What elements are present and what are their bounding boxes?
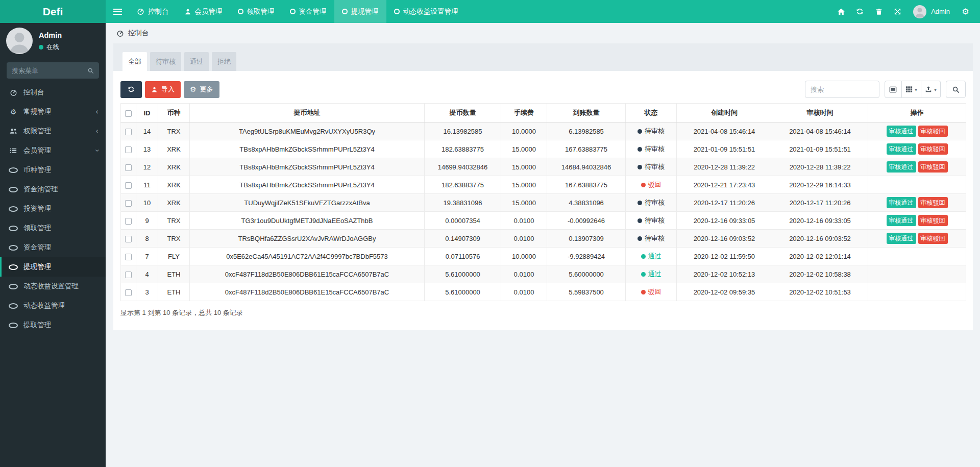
row-checkbox[interactable] bbox=[125, 236, 132, 242]
sidebar: Admin 在线 控制台⚙常规管理‹权限管理‹会员管理‹币种管理资金池管理投资管… bbox=[0, 23, 106, 467]
sidebar-item[interactable]: 提取管理 bbox=[0, 315, 106, 335]
import-button-label: 导入 bbox=[161, 85, 175, 94]
cell-select bbox=[121, 248, 136, 265]
reject-button[interactable]: 审核驳回 bbox=[918, 233, 948, 244]
cell-created: 2020-12-02 10:52:13 bbox=[677, 265, 772, 283]
tab-通过[interactable]: 通过 bbox=[184, 52, 209, 71]
more-button[interactable]: ⚙ 更多 bbox=[184, 81, 219, 98]
export-button[interactable]: ▾ bbox=[921, 81, 941, 98]
approve-button[interactable]: 审核通过 bbox=[887, 197, 916, 208]
columns-button[interactable]: ▾ bbox=[902, 81, 921, 98]
row-checkbox[interactable] bbox=[125, 254, 132, 260]
sidebar-item[interactable]: 资金池管理 bbox=[0, 180, 106, 199]
approve-button[interactable]: 审核通过 bbox=[887, 161, 916, 173]
row-checkbox[interactable] bbox=[125, 129, 132, 135]
row-checkbox[interactable] bbox=[125, 272, 132, 278]
tab-全部[interactable]: 全部 bbox=[122, 52, 147, 71]
top-nav-item[interactable]: 领取管理 bbox=[230, 0, 282, 23]
top-nav-item[interactable]: 提现管理 bbox=[334, 0, 386, 23]
table-view-buttons: ▾ ▾ bbox=[885, 81, 941, 98]
app: Defi 控制台会员管理领取管理资金管理提现管理动态收益设置管理 bbox=[0, 0, 980, 467]
sidebar-item[interactable]: 资金管理 bbox=[0, 238, 106, 257]
approve-button[interactable]: 审核通过 bbox=[887, 233, 916, 244]
sidebar-item[interactable]: 动态收益管理 bbox=[0, 296, 106, 315]
home-icon bbox=[837, 8, 845, 16]
row-checkbox[interactable] bbox=[125, 146, 132, 153]
status-label: 待审核 bbox=[645, 234, 665, 243]
cell-created: 2020-12-17 11:20:26 bbox=[677, 194, 772, 212]
cell-coin: XRK bbox=[158, 140, 190, 158]
table-body: 14TRXTAeg9tULSrp8uKMEuMvg2RvUXYXyU5R3Qy1… bbox=[121, 122, 966, 301]
brand-logo[interactable]: Defi bbox=[0, 0, 106, 23]
refresh-table-button[interactable] bbox=[120, 81, 142, 98]
cell-id: 14 bbox=[136, 122, 158, 140]
refresh-button[interactable] bbox=[850, 0, 869, 23]
row-checkbox[interactable] bbox=[125, 182, 132, 189]
select-all-checkbox[interactable] bbox=[125, 110, 132, 117]
navbar-right: Admin ⚙ bbox=[831, 0, 980, 23]
home-button[interactable] bbox=[831, 0, 850, 23]
sidebar-search-input[interactable] bbox=[12, 67, 84, 75]
reject-button[interactable]: 审核驳回 bbox=[918, 161, 948, 173]
top-nav-item[interactable]: 资金管理 bbox=[282, 0, 334, 23]
sidebar-item[interactable]: 动态收益设置管理 bbox=[0, 277, 106, 296]
search-submit-button[interactable] bbox=[946, 81, 966, 98]
sidebar-user-panel: Admin 在线 bbox=[0, 23, 106, 58]
sidebar-item[interactable]: 权限管理‹ bbox=[0, 121, 106, 141]
cell-status: 待审核 bbox=[626, 140, 677, 158]
import-button[interactable]: 导入 bbox=[145, 81, 181, 98]
sidebar-item[interactable]: 投资管理 bbox=[0, 199, 106, 218]
user-menu[interactable]: Admin bbox=[907, 5, 956, 18]
top-nav-item[interactable]: 动态收益设置管理 bbox=[386, 0, 466, 23]
cell-select bbox=[121, 194, 136, 212]
search-icon[interactable] bbox=[87, 67, 94, 74]
sidebar-item[interactable]: 控制台 bbox=[0, 83, 106, 102]
top-nav-item[interactable]: 控制台 bbox=[129, 0, 177, 23]
detail-view-button[interactable] bbox=[885, 81, 902, 98]
top-nav-item[interactable]: 会员管理 bbox=[177, 0, 230, 23]
sidebar-item[interactable]: 会员管理‹ bbox=[0, 141, 106, 160]
status-label: 待审核 bbox=[645, 198, 665, 207]
row-checkbox[interactable] bbox=[125, 164, 132, 171]
online-status-label: 在线 bbox=[46, 43, 59, 52]
settings-button[interactable]: ⚙ bbox=[956, 0, 975, 23]
reject-button[interactable]: 审核驳回 bbox=[918, 197, 948, 208]
row-checkbox[interactable] bbox=[125, 289, 132, 296]
fullscreen-button[interactable] bbox=[888, 0, 907, 23]
pagination-summary: 显示第 1 到第 10 条记录，总共 10 条记录 bbox=[120, 308, 966, 317]
top-nav-item-label: 资金管理 bbox=[299, 7, 327, 16]
table-row: 9TRXTG3r1ou9DuUktgfMETJ9dJNaEEoSAZThbB0.… bbox=[121, 212, 966, 230]
sidebar-item[interactable]: 币种管理 bbox=[0, 160, 106, 180]
status-dot-icon bbox=[641, 290, 646, 294]
tab-待审核[interactable]: 待审核 bbox=[150, 52, 181, 71]
reject-button[interactable]: 审核驳回 bbox=[918, 215, 948, 226]
sidebar-item[interactable]: 提现管理 bbox=[0, 257, 106, 277]
breadcrumb-label[interactable]: 控制台 bbox=[128, 29, 149, 38]
sidebar-item-label: 资金管理 bbox=[23, 243, 51, 252]
sidebar-item[interactable]: 领取管理 bbox=[0, 218, 106, 238]
trash-button[interactable] bbox=[869, 0, 888, 23]
sidebar-toggle-button[interactable] bbox=[106, 0, 129, 23]
circle-icon bbox=[290, 9, 296, 14]
row-checkbox[interactable] bbox=[125, 200, 132, 207]
tab-拒绝[interactable]: 拒绝 bbox=[212, 52, 236, 71]
cell-status: 待审核 bbox=[626, 122, 677, 140]
sidebar-item[interactable]: ⚙常规管理‹ bbox=[0, 102, 106, 121]
cell-received: 6.13982585 bbox=[547, 122, 626, 140]
cell-select bbox=[121, 176, 136, 194]
table-search-input[interactable] bbox=[805, 81, 879, 98]
cell-actions bbox=[868, 265, 966, 283]
approve-button[interactable]: 审核通过 bbox=[887, 215, 916, 226]
row-checkbox[interactable] bbox=[125, 218, 132, 225]
table-row: 14TRXTAeg9tULSrp8uKMEuMvg2RvUXYXyU5R3Qy1… bbox=[121, 122, 966, 140]
status-label: 待审核 bbox=[645, 216, 665, 225]
cell-created: 2020-12-02 09:59:35 bbox=[677, 283, 772, 301]
approve-button[interactable]: 审核通过 bbox=[887, 126, 916, 137]
trash-icon bbox=[875, 8, 883, 15]
circle-icon bbox=[9, 187, 18, 192]
reject-button[interactable]: 审核驳回 bbox=[918, 126, 948, 137]
reject-button[interactable]: 审核驳回 bbox=[918, 143, 948, 155]
status-label: 待审核 bbox=[645, 162, 665, 171]
approve-button[interactable]: 审核通过 bbox=[887, 143, 916, 155]
table-row: 8TRXTRsBQHfa6ZZGSsrU2XAvJvRAWrDJoAGGBy0.… bbox=[121, 230, 966, 248]
